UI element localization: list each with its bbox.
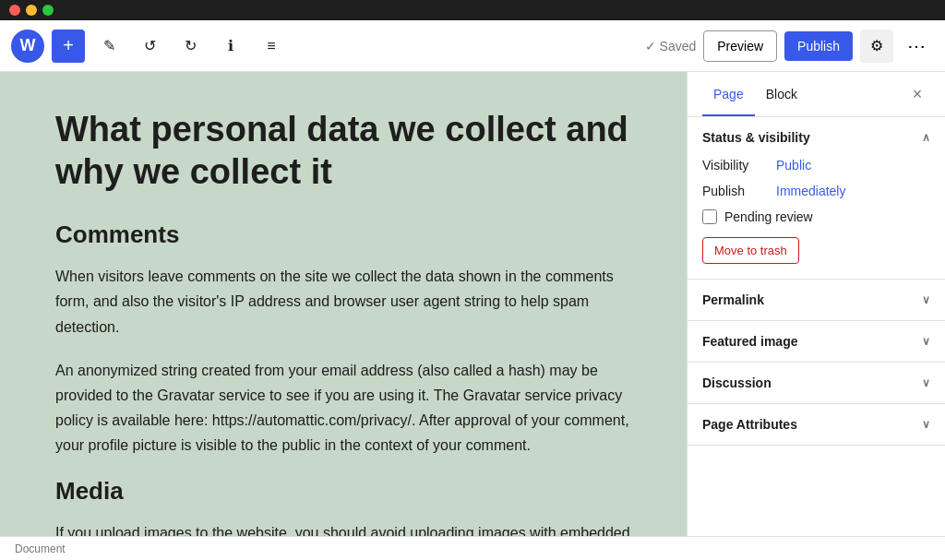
info-button[interactable]: ℹ [214, 30, 247, 63]
minimize-button-icon[interactable] [26, 5, 37, 16]
section-status-visibility: Status & visibility ∧ Visibility Public … [688, 117, 945, 280]
pending-review-label: Pending review [724, 209, 813, 224]
editor-area: What personal data we collect and why we… [0, 72, 687, 536]
redo-button[interactable]: ↻ [173, 30, 207, 63]
list-view-button[interactable]: ≡ [255, 30, 288, 63]
page-content: What personal data we collect and why we… [55, 109, 631, 536]
section-status-header[interactable]: Status & visibility ∧ [688, 117, 945, 158]
pending-review-checkbox[interactable] [702, 209, 717, 224]
visibility-value[interactable]: Public [776, 158, 811, 173]
section-permalink-label: Permalink [702, 292, 764, 307]
pending-review-row: Pending review [702, 209, 930, 224]
chevron-down-icon: ∨ [922, 293, 930, 306]
undo-button[interactable]: ↺ [133, 30, 166, 63]
checkmark-icon: ✓ [645, 39, 656, 54]
section-page-attributes: Page Attributes ∨ [688, 404, 945, 446]
saved-indicator: ✓ Saved [645, 39, 697, 54]
add-block-button[interactable]: + [52, 30, 85, 63]
add-icon: + [63, 35, 74, 56]
publish-label: Publish [702, 184, 776, 198]
section-status-label: Status & visibility [702, 130, 810, 145]
tab-page[interactable]: Page [702, 72, 755, 116]
preview-button[interactable]: Preview [703, 30, 777, 62]
edit-button[interactable]: ✎ [92, 30, 126, 63]
redo-icon: ↻ [185, 37, 197, 54]
close-icon: × [913, 85, 923, 104]
more-icon: ⋯ [907, 35, 927, 57]
chevron-down-icon: ∨ [922, 376, 930, 389]
close-button-icon[interactable] [9, 5, 20, 16]
sidebar: Page Block × Status & visibility ∧ Visib… [687, 72, 945, 536]
chevron-up-icon: ∧ [922, 131, 930, 144]
section-featured-image-label: Featured image [702, 334, 797, 349]
maximize-button-icon[interactable] [42, 5, 54, 16]
settings-button[interactable]: ⚙ [860, 30, 893, 63]
page-title[interactable]: What personal data we collect and why we… [55, 109, 631, 193]
toolbar: W + ✎ ↺ ↻ ℹ ≡ ✓ Saved Preview Publish [0, 20, 945, 72]
tab-block[interactable]: Block [755, 72, 808, 116]
section-featured-image: Featured image ∨ [688, 321, 945, 363]
info-icon: ℹ [228, 37, 233, 54]
visibility-row: Visibility Public [702, 158, 930, 173]
body-text-comments-2: An anonymized string created from your e… [55, 358, 631, 459]
title-bar [0, 0, 945, 20]
section-discussion-header[interactable]: Discussion ∨ [688, 363, 945, 403]
saved-text: Saved [660, 39, 697, 54]
undo-icon: ↺ [144, 37, 156, 54]
section-page-attributes-header[interactable]: Page Attributes ∨ [688, 404, 945, 445]
section-discussion: Discussion ∨ [688, 363, 945, 404]
body-text-comments-1: When visitors leave comments on the site… [55, 264, 631, 340]
wordpress-logo[interactable]: W [11, 30, 44, 63]
wp-logo-text: W [20, 36, 36, 55]
section-discussion-label: Discussion [702, 375, 772, 390]
section-page-attributes-label: Page Attributes [702, 417, 797, 432]
toolbar-right: ✓ Saved Preview Publish ⚙ ⋯ [645, 30, 934, 63]
list-icon: ≡ [267, 38, 275, 54]
main-layout: What personal data we collect and why we… [0, 72, 945, 536]
visibility-label: Visibility [702, 158, 776, 173]
section-status-content: Visibility Public Publish Immediately Pe… [688, 158, 945, 279]
body-text-media-1: If you upload images to the website, you… [55, 520, 631, 537]
move-to-trash-button[interactable]: Move to trash [702, 237, 799, 264]
chevron-down-icon: ∨ [922, 418, 930, 431]
publish-value[interactable]: Immediately [776, 184, 845, 198]
gear-icon: ⚙ [870, 37, 883, 54]
chevron-down-icon: ∨ [922, 335, 930, 348]
status-bar-text: Document [15, 542, 66, 555]
sidebar-close-button[interactable]: × [904, 81, 930, 107]
edit-icon: ✎ [103, 37, 115, 54]
status-bar: Document [0, 536, 945, 560]
toolbar-left: W + ✎ ↺ ↻ ℹ ≡ [11, 30, 638, 63]
publish-button[interactable]: Publish [784, 31, 853, 61]
section-featured-image-header[interactable]: Featured image ∨ [688, 321, 945, 362]
publish-row: Publish Immediately [702, 184, 930, 198]
section-permalink: Permalink ∨ [688, 280, 945, 321]
sidebar-tabs: Page Block × [688, 72, 945, 117]
more-options-button[interactable]: ⋯ [901, 30, 934, 63]
section-heading-comments: Comments [55, 220, 631, 249]
section-permalink-header[interactable]: Permalink ∨ [688, 280, 945, 320]
section-heading-media: Media [55, 477, 631, 506]
